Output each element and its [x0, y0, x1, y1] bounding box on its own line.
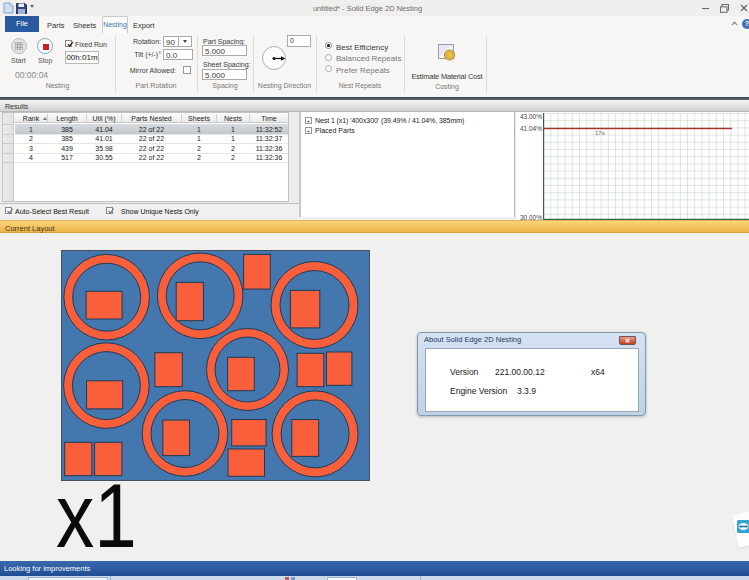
- svg-text:17s: 17s: [595, 130, 605, 136]
